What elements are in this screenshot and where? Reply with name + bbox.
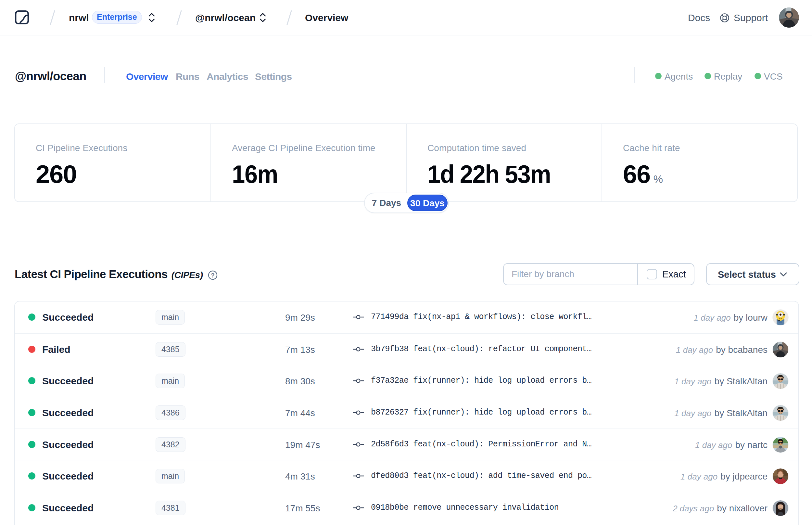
svg-text:?: ?: [211, 272, 215, 279]
